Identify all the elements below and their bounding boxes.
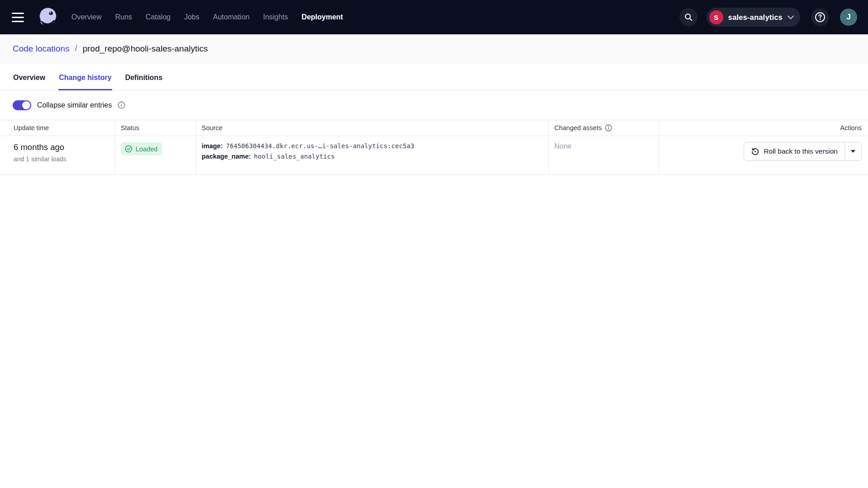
dagster-logo-icon[interactable]: [36, 5, 60, 29]
rollback-button-label: Roll back to this version: [764, 147, 838, 155]
breadcrumb: Code locations / prod_repo@hooli-sales-a…: [0, 34, 868, 63]
source-package-value: hooli_sales_analytics: [254, 153, 335, 160]
tab-bar: Overview Change history Definitions: [0, 63, 868, 90]
cell-source: image: 764506304434.dkr.ecr.us-…i-sales-…: [196, 136, 549, 174]
user-avatar[interactable]: J: [840, 9, 857, 26]
table-row: 6 months ago and 1 similar loads Loaded …: [0, 136, 868, 175]
filter-controls: Collapse similar entries: [0, 90, 868, 120]
changed-assets-value: None: [554, 142, 571, 150]
primary-nav: Overview Runs Catalog Jobs Automation In…: [71, 13, 343, 21]
caret-down-icon: [851, 150, 855, 153]
help-icon: [815, 12, 826, 23]
nav-item-jobs[interactable]: Jobs: [184, 13, 199, 21]
nav-item-automation[interactable]: Automation: [213, 13, 250, 21]
cell-status: Loaded: [115, 136, 196, 174]
cell-actions: Roll back to this version: [659, 136, 868, 174]
source-package-key: package_name:: [202, 153, 251, 160]
search-button[interactable]: [679, 8, 698, 26]
chevron-down-icon: [788, 15, 794, 19]
check-circle-icon: [125, 145, 132, 153]
col-header-update-time: Update time: [0, 120, 115, 136]
nav-item-overview[interactable]: Overview: [71, 13, 102, 21]
help-button[interactable]: [811, 8, 829, 26]
rollback-button[interactable]: Roll back to this version: [744, 142, 844, 160]
workspace-switcher[interactable]: S sales-analytics: [707, 8, 800, 27]
breadcrumb-code-locations-link[interactable]: Code locations: [13, 44, 70, 54]
workspace-name: sales-analytics: [728, 13, 783, 22]
cell-update-time: 6 months ago and 1 similar loads: [0, 136, 115, 174]
cell-changed-assets: None: [549, 136, 659, 174]
breadcrumb-separator: /: [75, 44, 77, 53]
workspace-badge: S: [709, 10, 723, 24]
source-image-key: image:: [202, 142, 223, 150]
nav-item-runs[interactable]: Runs: [115, 13, 132, 21]
page-title: prod_repo@hooli-sales-analytics: [83, 44, 208, 54]
update-time: 6 months ago: [14, 142, 109, 152]
changed-assets-info-icon[interactable]: [605, 124, 612, 131]
status-label: Loaded: [136, 145, 157, 153]
rollback-more-options-button[interactable]: [844, 142, 861, 160]
search-icon: [684, 13, 693, 22]
status-badge: Loaded: [121, 142, 162, 155]
top-nav: Overview Runs Catalog Jobs Automation In…: [0, 0, 868, 34]
table-header: Update time Status Source Changed assets…: [0, 120, 868, 136]
nav-item-deployment[interactable]: Deployment: [302, 13, 343, 21]
tab-overview[interactable]: Overview: [13, 74, 46, 90]
collapse-info-icon[interactable]: [118, 101, 125, 109]
rollback-history-icon: [751, 147, 760, 156]
col-header-status: Status: [115, 120, 196, 136]
similar-loads-note: and 1 similar loads: [14, 155, 109, 163]
tab-definitions[interactable]: Definitions: [125, 74, 163, 90]
menu-icon[interactable]: [12, 8, 30, 26]
source-image-value: 764506304434.dkr.ecr.us-…i-sales-analyti…: [226, 142, 415, 150]
nav-item-insights[interactable]: Insights: [263, 13, 288, 21]
nav-item-catalog[interactable]: Catalog: [146, 13, 170, 21]
change-history-table: Update time Status Source Changed assets…: [0, 120, 868, 175]
rollback-split-button: Roll back to this version: [744, 142, 862, 161]
col-header-actions: Actions: [659, 120, 868, 136]
collapse-toggle-label: Collapse similar entries: [37, 101, 112, 109]
col-header-changed-assets: Changed assets: [549, 120, 659, 136]
collapse-similar-entries-toggle[interactable]: [13, 100, 31, 110]
col-header-source: Source: [196, 120, 549, 136]
tab-change-history[interactable]: Change history: [58, 74, 112, 90]
